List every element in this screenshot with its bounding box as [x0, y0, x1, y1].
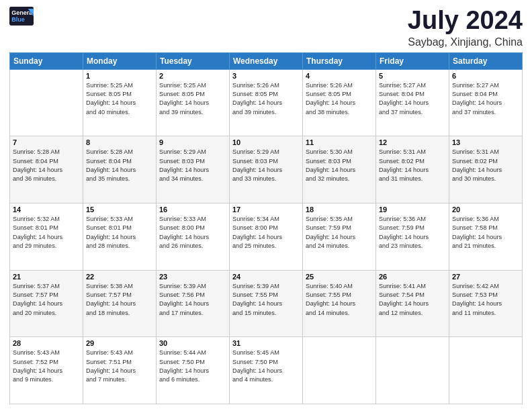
calendar-cell: 24Sunrise: 5:39 AMSunset: 7:55 PMDayligh…	[230, 270, 303, 337]
day-number: 9	[159, 138, 226, 146]
day-header-thursday: Thursday	[303, 52, 376, 69]
day-number: 25	[306, 273, 373, 281]
day-number: 10	[232, 138, 300, 146]
day-info: Sunrise: 5:38 AMSunset: 7:57 PMDaylight:…	[86, 282, 153, 318]
day-info: Sunrise: 5:32 AMSunset: 8:01 PMDaylight:…	[13, 215, 80, 250]
calendar-cell: 3Sunrise: 5:26 AMSunset: 8:05 PMDaylight…	[230, 69, 303, 136]
calendar-cell: 22Sunrise: 5:38 AMSunset: 7:57 PMDayligh…	[83, 270, 157, 337]
calendar-cell: 10Sunrise: 5:29 AMSunset: 8:03 PMDayligh…	[230, 136, 303, 203]
day-info: Sunrise: 5:29 AMSunset: 8:03 PMDaylight:…	[232, 148, 300, 183]
week-row-3: 14Sunrise: 5:32 AMSunset: 8:01 PMDayligh…	[10, 203, 523, 271]
logo: General Blue	[9, 7, 34, 26]
day-info: Sunrise: 5:36 AMSunset: 7:59 PMDaylight:…	[379, 215, 446, 250]
logo-icon: General Blue	[9, 7, 34, 26]
page: General Blue July 2024 Saybag, Xinjiang,…	[0, 0, 532, 411]
calendar-cell: 28Sunrise: 5:43 AMSunset: 7:52 PMDayligh…	[10, 337, 83, 404]
calendar-cell	[10, 69, 83, 136]
day-info: Sunrise: 5:29 AMSunset: 8:03 PMDaylight:…	[159, 148, 226, 183]
day-info: Sunrise: 5:44 AMSunset: 7:50 PMDaylight:…	[159, 349, 226, 384]
calendar-cell: 21Sunrise: 5:37 AMSunset: 7:57 PMDayligh…	[10, 270, 83, 337]
day-info: Sunrise: 5:45 AMSunset: 7:50 PMDaylight:…	[232, 349, 300, 384]
calendar-cell: 2Sunrise: 5:25 AMSunset: 8:05 PMDaylight…	[157, 69, 230, 136]
day-info: Sunrise: 5:27 AMSunset: 8:04 PMDaylight:…	[379, 81, 446, 117]
day-info: Sunrise: 5:33 AMSunset: 8:00 PMDaylight:…	[159, 215, 226, 250]
main-title: July 2024	[408, 7, 523, 35]
calendar-cell: 31Sunrise: 5:45 AMSunset: 7:50 PMDayligh…	[230, 337, 303, 404]
day-number: 21	[13, 273, 80, 281]
day-info: Sunrise: 5:30 AMSunset: 8:03 PMDaylight:…	[306, 148, 373, 183]
week-row-1: 1Sunrise: 5:25 AMSunset: 8:05 PMDaylight…	[10, 69, 523, 136]
day-number: 27	[452, 273, 519, 281]
day-info: Sunrise: 5:43 AMSunset: 7:51 PMDaylight:…	[86, 349, 153, 384]
calendar-cell: 4Sunrise: 5:26 AMSunset: 8:05 PMDaylight…	[303, 69, 376, 136]
day-info: Sunrise: 5:28 AMSunset: 8:04 PMDaylight:…	[13, 148, 80, 183]
calendar-table: SundayMondayTuesdayWednesdayThursdayFrid…	[9, 52, 523, 404]
day-info: Sunrise: 5:35 AMSunset: 7:59 PMDaylight:…	[306, 215, 373, 250]
day-info: Sunrise: 5:26 AMSunset: 8:05 PMDaylight:…	[232, 81, 300, 117]
calendar-cell: 1Sunrise: 5:25 AMSunset: 8:05 PMDaylight…	[83, 69, 157, 136]
day-number: 16	[159, 205, 226, 214]
day-number: 17	[232, 205, 300, 214]
calendar-cell: 7Sunrise: 5:28 AMSunset: 8:04 PMDaylight…	[10, 136, 83, 203]
day-info: Sunrise: 5:43 AMSunset: 7:52 PMDaylight:…	[13, 349, 80, 384]
day-number: 5	[379, 72, 446, 80]
day-header-sunday: Sunday	[10, 52, 83, 69]
day-number: 12	[379, 138, 446, 146]
calendar-cell: 11Sunrise: 5:30 AMSunset: 8:03 PMDayligh…	[303, 136, 376, 203]
day-header-friday: Friday	[376, 52, 449, 69]
day-info: Sunrise: 5:31 AMSunset: 8:02 PMDaylight:…	[452, 148, 519, 183]
day-number: 11	[306, 138, 373, 146]
day-number: 13	[452, 138, 519, 146]
calendar-cell: 20Sunrise: 5:36 AMSunset: 7:58 PMDayligh…	[449, 203, 523, 271]
calendar-cell: 26Sunrise: 5:41 AMSunset: 7:54 PMDayligh…	[376, 270, 449, 337]
day-number: 20	[452, 205, 519, 214]
day-number: 19	[379, 205, 446, 214]
calendar-cell: 6Sunrise: 5:27 AMSunset: 8:04 PMDaylight…	[449, 69, 523, 136]
calendar-cell	[449, 337, 523, 404]
calendar-cell: 8Sunrise: 5:28 AMSunset: 8:04 PMDaylight…	[83, 136, 157, 203]
day-number: 18	[306, 205, 373, 214]
header: General Blue July 2024 Saybag, Xinjiang,…	[9, 7, 523, 48]
day-info: Sunrise: 5:40 AMSunset: 7:55 PMDaylight:…	[306, 282, 373, 318]
week-row-2: 7Sunrise: 5:28 AMSunset: 8:04 PMDaylight…	[10, 136, 523, 203]
day-info: Sunrise: 5:25 AMSunset: 8:05 PMDaylight:…	[86, 81, 153, 117]
calendar-cell: 14Sunrise: 5:32 AMSunset: 8:01 PMDayligh…	[10, 203, 83, 271]
day-info: Sunrise: 5:33 AMSunset: 8:01 PMDaylight:…	[86, 215, 153, 250]
calendar-cell: 25Sunrise: 5:40 AMSunset: 7:55 PMDayligh…	[303, 270, 376, 337]
day-info: Sunrise: 5:31 AMSunset: 8:02 PMDaylight:…	[379, 148, 446, 183]
calendar-cell: 15Sunrise: 5:33 AMSunset: 8:01 PMDayligh…	[83, 203, 157, 271]
day-number: 14	[13, 205, 80, 214]
day-number: 31	[232, 339, 300, 347]
day-header-tuesday: Tuesday	[157, 52, 230, 69]
title-block: July 2024 Saybag, Xinjiang, China	[408, 7, 523, 48]
calendar-cell: 19Sunrise: 5:36 AMSunset: 7:59 PMDayligh…	[376, 203, 449, 271]
day-info: Sunrise: 5:39 AMSunset: 7:56 PMDaylight:…	[159, 282, 226, 318]
day-number: 1	[86, 72, 153, 80]
day-number: 28	[13, 339, 80, 347]
day-number: 2	[159, 72, 226, 80]
calendar-cell: 18Sunrise: 5:35 AMSunset: 7:59 PMDayligh…	[303, 203, 376, 271]
day-info: Sunrise: 5:34 AMSunset: 8:00 PMDaylight:…	[232, 215, 300, 250]
day-info: Sunrise: 5:39 AMSunset: 7:55 PMDaylight:…	[232, 282, 300, 318]
day-number: 30	[159, 339, 226, 347]
day-number: 7	[13, 138, 80, 146]
day-info: Sunrise: 5:41 AMSunset: 7:54 PMDaylight:…	[379, 282, 446, 318]
calendar-header-row: SundayMondayTuesdayWednesdayThursdayFrid…	[10, 52, 523, 69]
day-info: Sunrise: 5:42 AMSunset: 7:53 PMDaylight:…	[452, 282, 519, 318]
calendar-cell: 9Sunrise: 5:29 AMSunset: 8:03 PMDaylight…	[157, 136, 230, 203]
calendar-cell: 5Sunrise: 5:27 AMSunset: 8:04 PMDaylight…	[376, 69, 449, 136]
day-info: Sunrise: 5:36 AMSunset: 7:58 PMDaylight:…	[452, 215, 519, 250]
day-number: 29	[86, 339, 153, 347]
week-row-5: 28Sunrise: 5:43 AMSunset: 7:52 PMDayligh…	[10, 337, 523, 404]
calendar-cell: 12Sunrise: 5:31 AMSunset: 8:02 PMDayligh…	[376, 136, 449, 203]
svg-text:Blue: Blue	[11, 16, 25, 23]
calendar-cell: 27Sunrise: 5:42 AMSunset: 7:53 PMDayligh…	[449, 270, 523, 337]
day-info: Sunrise: 5:26 AMSunset: 8:05 PMDaylight:…	[306, 81, 373, 117]
calendar-cell: 30Sunrise: 5:44 AMSunset: 7:50 PMDayligh…	[157, 337, 230, 404]
day-number: 26	[379, 273, 446, 281]
calendar-cell: 17Sunrise: 5:34 AMSunset: 8:00 PMDayligh…	[230, 203, 303, 271]
day-info: Sunrise: 5:37 AMSunset: 7:57 PMDaylight:…	[13, 282, 80, 318]
day-header-monday: Monday	[83, 52, 157, 69]
calendar-cell: 13Sunrise: 5:31 AMSunset: 8:02 PMDayligh…	[449, 136, 523, 203]
calendar-cell: 23Sunrise: 5:39 AMSunset: 7:56 PMDayligh…	[157, 270, 230, 337]
